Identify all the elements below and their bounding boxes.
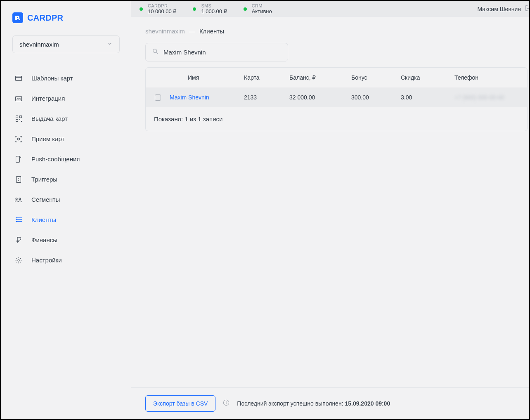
sidebar-item-label: Выдача карт — [31, 115, 68, 122]
svg-point-13 — [18, 178, 19, 179]
sidebar-item-segments[interactable]: Сегменты — [12, 191, 120, 208]
th-phone: Телефон — [454, 74, 521, 81]
table-row[interactable]: Maxim Shevnin 2133 32 000.00 300.00 3.00… — [146, 87, 527, 107]
svg-point-14 — [18, 180, 19, 181]
th-card: Карта — [244, 74, 289, 81]
breadcrumb: shevninmaxim — Клиенты — [145, 28, 528, 35]
status-value: 1 000.00 ₽ — [201, 8, 227, 14]
status-dot-icon — [140, 7, 143, 11]
status-label: CARDPR — [148, 3, 176, 8]
export-status: Последний экспорт успешно выполнен: 15.0… — [237, 400, 390, 407]
triggers-icon — [15, 176, 22, 183]
ruble-icon — [15, 237, 22, 243]
sidebar-item-label: Интеграция — [31, 95, 65, 102]
sidebar-item-integration[interactable]: API Интеграция — [12, 90, 120, 107]
breadcrumb-separator: — — [189, 28, 195, 35]
sidebar: CARDPR shevninmaxim Шаблоны карт API Инт… — [1, 1, 131, 419]
svg-point-20 — [16, 217, 17, 219]
sidebar-item-templates[interactable]: Шаблоны карт — [12, 70, 120, 87]
sidebar-item-settings[interactable]: Настройки — [12, 252, 120, 269]
push-icon — [15, 156, 22, 163]
breadcrumb-root[interactable]: shevninmaxim — [145, 28, 185, 35]
sidebar-item-triggers[interactable]: Триггеры — [12, 171, 120, 188]
account-selector[interactable]: shevninmaxim — [12, 35, 120, 53]
brand-logo: CARDPR — [12, 12, 120, 23]
sidebar-item-label: Шаблоны карт — [31, 75, 73, 82]
main: CARDPR 10 000.00 ₽ SMS 1 000.00 ₽ CRM — [131, 1, 530, 419]
sidebar-item-finance[interactable]: Финансы — [12, 231, 120, 248]
user-name: Максим Шевнин — [477, 6, 521, 12]
info-icon[interactable] — [223, 399, 230, 408]
logout-icon[interactable] — [525, 5, 530, 12]
cell-discount: 3.00 — [401, 94, 454, 101]
th-balance: Баланс, ₽ — [289, 74, 351, 81]
cell-bonus: 300.00 — [351, 94, 401, 101]
status-cardpr: CARDPR 10 000.00 ₽ — [140, 3, 176, 14]
search-box[interactable] — [145, 43, 288, 61]
account-selector-value: shevninmaxim — [19, 41, 59, 48]
search-icon — [152, 48, 159, 56]
svg-rect-5 — [16, 116, 18, 118]
sidebar-item-label: Push-сообщения — [31, 156, 80, 163]
cell-card: 2133 — [244, 94, 289, 101]
clients-icon — [15, 217, 22, 222]
scan-icon — [15, 136, 22, 142]
svg-rect-9 — [21, 121, 22, 122]
sidebar-item-clients[interactable]: Клиенты — [12, 211, 120, 228]
footer: Экспорт базы в CSV Последний экспорт усп… — [131, 387, 530, 419]
svg-point-10 — [18, 138, 20, 140]
svg-point-24 — [153, 49, 157, 53]
status-label: SMS — [201, 3, 227, 8]
svg-point-22 — [16, 221, 17, 222]
svg-rect-0 — [19, 19, 20, 20]
sidebar-item-issue-cards[interactable]: Выдача карт — [12, 110, 120, 127]
svg-rect-7 — [16, 120, 18, 122]
content: shevninmaxim — Клиенты Имя Карта Баланс,… — [131, 17, 530, 387]
svg-rect-8 — [19, 119, 20, 120]
row-checkbox[interactable] — [155, 94, 161, 101]
table-header: Имя Карта Баланс, ₽ Бонус Скидка Телефон — [146, 68, 527, 87]
export-csv-button[interactable]: Экспорт базы в CSV — [145, 395, 215, 412]
qr-icon — [15, 116, 22, 122]
sidebar-item-label: Клиенты — [31, 216, 56, 223]
sidebar-item-push[interactable]: Push-сообщения — [12, 151, 120, 168]
status-dot-icon — [244, 7, 247, 11]
clients-table: Имя Карта Баланс, ₽ Бонус Скидка Телефон… — [145, 67, 528, 131]
status-value: Активно — [252, 8, 272, 14]
svg-line-25 — [156, 52, 158, 54]
brand-logo-icon — [12, 12, 23, 23]
sidebar-item-accept-cards[interactable]: Прием карт — [12, 130, 120, 147]
status-dot-icon — [193, 7, 196, 11]
topbar: CARDPR 10 000.00 ₽ SMS 1 000.00 ₽ CRM — [131, 1, 530, 17]
svg-rect-12 — [17, 176, 21, 182]
svg-point-23 — [18, 260, 19, 261]
export-status-date: 15.09.2020 09:00 — [345, 400, 390, 407]
status-items: CARDPR 10 000.00 ₽ SMS 1 000.00 ₽ CRM — [140, 3, 272, 14]
cell-name[interactable]: Maxim Shevnin — [170, 94, 244, 101]
svg-rect-11 — [16, 156, 20, 162]
sidebar-item-label: Финансы — [31, 236, 57, 243]
sidebar-item-label: Сегменты — [31, 196, 60, 203]
th-name: Имя — [170, 74, 244, 81]
svg-point-15 — [16, 198, 17, 200]
status-crm: CRM Активно — [244, 3, 272, 14]
segments-icon — [15, 197, 22, 202]
sidebar-item-label: Прием карт — [31, 135, 64, 142]
brand-name: CARDPR — [27, 13, 63, 23]
card-templates-icon — [15, 76, 22, 81]
cell-balance: 32 000.00 — [289, 94, 351, 101]
sidebar-item-label: Триггеры — [31, 176, 57, 183]
sidebar-nav: Шаблоны карт API Интеграция Выдача карт … — [12, 70, 120, 269]
api-icon: API — [15, 96, 22, 101]
breadcrumb-current: Клиенты — [199, 28, 224, 35]
status-label: CRM — [252, 3, 272, 8]
sidebar-item-label: Настройки — [31, 257, 62, 264]
svg-point-21 — [16, 219, 17, 220]
svg-rect-6 — [19, 116, 21, 118]
gear-icon — [15, 257, 22, 264]
status-sms: SMS 1 000.00 ₽ — [193, 3, 227, 14]
svg-rect-1 — [16, 76, 22, 80]
search-input[interactable] — [163, 49, 281, 56]
cell-phone: +7 (900) 000-00-00 — [454, 94, 521, 101]
th-discount: Скидка — [401, 74, 454, 81]
